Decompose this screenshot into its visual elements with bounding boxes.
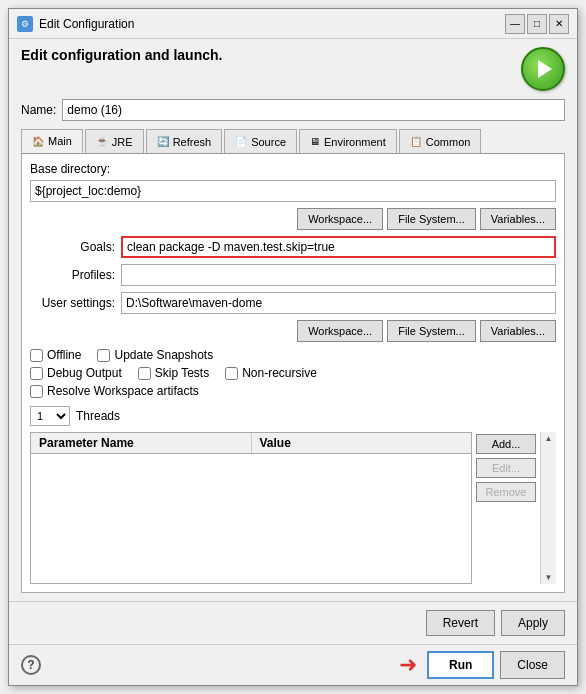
close-button[interactable]: Close (500, 651, 565, 679)
goals-row: Goals: (30, 236, 556, 258)
threads-select[interactable]: 1 2 4 (30, 406, 70, 426)
goals-input[interactable] (121, 236, 556, 258)
refresh-tab-label: Refresh (173, 136, 212, 148)
tabs-bar: 🏠 Main ☕ JRE 🔄 Refresh 📄 Source 🖥 Enviro… (21, 129, 565, 154)
bottom-btns: ➜ Run Close (399, 651, 565, 679)
profiles-input[interactable] (121, 264, 556, 286)
add-button[interactable]: Add... (476, 434, 536, 454)
parameter-table: Parameter Name Value (30, 432, 472, 584)
col-value: Value (252, 433, 472, 453)
debug-output-label: Debug Output (47, 366, 122, 380)
jre-tab-icon: ☕ (96, 136, 108, 147)
update-snapshots-checkbox-item[interactable]: Update Snapshots (97, 348, 213, 362)
col-parameter-name: Parameter Name (31, 433, 252, 453)
threads-row: 1 2 4 Threads (30, 406, 556, 426)
user-settings-label: User settings: (30, 296, 115, 310)
jre-tab-label: JRE (112, 136, 133, 148)
name-label: Name: (21, 103, 56, 117)
tab-common[interactable]: 📋 Common (399, 129, 482, 153)
checkbox-row-3: Resolve Workspace artifacts (30, 384, 556, 398)
base-dir-label: Base directory: (30, 162, 556, 176)
run-arrow-indicator: ➜ (399, 652, 417, 678)
run-large-button[interactable] (521, 47, 565, 91)
table-wrapper: Parameter Name Value Add... Edit... Remo… (30, 432, 556, 584)
variables-btn-2[interactable]: Variables... (480, 320, 556, 342)
edit-button[interactable]: Edit... (476, 458, 536, 478)
environment-tab-icon: 🖥 (310, 136, 320, 147)
apply-button[interactable]: Apply (501, 610, 565, 636)
source-tab-icon: 📄 (235, 136, 247, 147)
workspace-btn-2[interactable]: Workspace... (297, 320, 383, 342)
common-tab-label: Common (426, 136, 471, 148)
checkbox-row-2: Debug Output Skip Tests Non-recursive (30, 366, 556, 380)
window-controls: — □ ✕ (505, 14, 569, 34)
remove-button[interactable]: Remove (476, 482, 536, 502)
header-section: Edit configuration and launch. (21, 47, 565, 91)
skip-tests-label: Skip Tests (155, 366, 209, 380)
user-settings-row: User settings: (30, 292, 556, 314)
file-system-btn-1[interactable]: File System... (387, 208, 476, 230)
table-scrollbar[interactable]: ▲ ▼ (540, 432, 556, 584)
table-side-buttons: Add... Edit... Remove (476, 432, 536, 584)
offline-label: Offline (47, 348, 81, 362)
user-settings-input[interactable] (121, 292, 556, 314)
update-snapshots-checkbox[interactable] (97, 349, 110, 362)
tab-refresh[interactable]: 🔄 Refresh (146, 129, 223, 153)
debug-output-checkbox-item[interactable]: Debug Output (30, 366, 122, 380)
name-input[interactable] (62, 99, 565, 121)
base-dir-section: Base directory: (30, 162, 556, 202)
non-recursive-label: Non-recursive (242, 366, 317, 380)
bottom-bar: ? ➜ Run Close (9, 644, 577, 685)
table-body (31, 454, 471, 514)
variables-btn-1[interactable]: Variables... (480, 208, 556, 230)
profiles-label: Profiles: (30, 268, 115, 282)
scroll-down-icon: ▼ (543, 571, 555, 584)
minimize-button[interactable]: — (505, 14, 525, 34)
skip-tests-checkbox[interactable] (138, 367, 151, 380)
skip-tests-checkbox-item[interactable]: Skip Tests (138, 366, 209, 380)
content-area: Edit configuration and launch. Name: 🏠 M… (9, 39, 577, 601)
window-title: Edit Configuration (39, 17, 134, 31)
name-row: Name: (21, 99, 565, 121)
main-window: ⚙ Edit Configuration — □ ✕ Edit configur… (8, 8, 578, 686)
non-recursive-checkbox-item[interactable]: Non-recursive (225, 366, 317, 380)
resolve-workspace-checkbox-item[interactable]: Resolve Workspace artifacts (30, 384, 199, 398)
debug-output-checkbox[interactable] (30, 367, 43, 380)
tab-jre[interactable]: ☕ JRE (85, 129, 144, 153)
user-settings-btn-row: Workspace... File System... Variables... (30, 320, 556, 342)
common-tab-icon: 📋 (410, 136, 422, 147)
environment-tab-label: Environment (324, 136, 386, 148)
base-dir-btn-row: Workspace... File System... Variables... (30, 208, 556, 230)
refresh-tab-icon: 🔄 (157, 136, 169, 147)
main-tab-label: Main (48, 135, 72, 147)
header-title: Edit configuration and launch. (21, 47, 222, 63)
resolve-workspace-checkbox[interactable] (30, 385, 43, 398)
tab-source[interactable]: 📄 Source (224, 129, 297, 153)
tab-panel-main: Base directory: Workspace... File System… (21, 154, 565, 593)
tab-main[interactable]: 🏠 Main (21, 129, 83, 153)
help-icon[interactable]: ? (21, 655, 41, 675)
maximize-button[interactable]: □ (527, 14, 547, 34)
checkbox-row-1: Offline Update Snapshots (30, 348, 556, 362)
threads-label: Threads (76, 409, 120, 423)
tab-environment[interactable]: 🖥 Environment (299, 129, 397, 153)
workspace-btn-1[interactable]: Workspace... (297, 208, 383, 230)
scroll-up-icon: ▲ (543, 432, 555, 445)
base-dir-input[interactable] (30, 180, 556, 202)
close-window-button[interactable]: ✕ (549, 14, 569, 34)
main-tab-icon: 🏠 (32, 136, 44, 147)
source-tab-label: Source (251, 136, 286, 148)
run-button[interactable]: Run (427, 651, 494, 679)
profiles-row: Profiles: (30, 264, 556, 286)
offline-checkbox-item[interactable]: Offline (30, 348, 81, 362)
table-header: Parameter Name Value (31, 433, 471, 454)
title-bar: ⚙ Edit Configuration — □ ✕ (9, 9, 577, 39)
file-system-btn-2[interactable]: File System... (387, 320, 476, 342)
update-snapshots-label: Update Snapshots (114, 348, 213, 362)
offline-checkbox[interactable] (30, 349, 43, 362)
checkboxes-section: Offline Update Snapshots Debug Output Sk… (30, 348, 556, 398)
title-bar-left: ⚙ Edit Configuration (17, 16, 134, 32)
window-icon: ⚙ (17, 16, 33, 32)
revert-button[interactable]: Revert (426, 610, 495, 636)
non-recursive-checkbox[interactable] (225, 367, 238, 380)
